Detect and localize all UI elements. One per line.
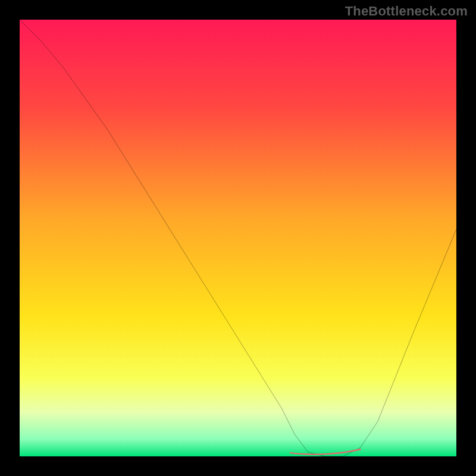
attribution-label: TheBottleneck.com [345, 4, 468, 19]
plot-area [20, 20, 456, 456]
curve-layer [20, 20, 456, 456]
chart-frame: TheBottleneck.com [0, 0, 476, 476]
bottleneck-curve [20, 20, 456, 456]
optimal-region-marker [290, 449, 360, 454]
